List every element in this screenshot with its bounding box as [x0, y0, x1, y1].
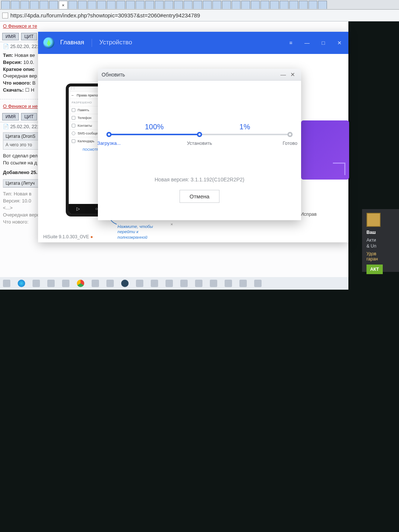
minimize-icon[interactable]: — — [303, 39, 311, 47]
toast-activate-button[interactable]: АКТ — [366, 265, 383, 274]
toast-line: Акти — [366, 238, 376, 243]
taskbar-app-icon[interactable] — [33, 280, 40, 287]
browser-tab[interactable] — [212, 1, 221, 9]
taskbar-app-icon[interactable] — [195, 280, 202, 287]
post-download-value: Н — [31, 87, 34, 93]
hint-close-icon[interactable]: × — [170, 222, 173, 227]
browser-tab[interactable] — [20, 1, 29, 9]
browser-tab[interactable] — [49, 1, 58, 9]
step-done: Готово — [283, 140, 297, 146]
back-icon[interactable]: ← — [71, 93, 75, 97]
browser-tab[interactable] — [145, 1, 154, 9]
browser-tab[interactable] — [97, 1, 106, 9]
step-download: Загрузка... — [97, 140, 120, 146]
browser-tab[interactable] — [155, 1, 164, 9]
taskbar-app-icon[interactable] — [92, 280, 99, 287]
memory-icon — [72, 108, 75, 112]
browser-tab-active[interactable]: × — [59, 1, 68, 9]
taskbar-app-icon[interactable] — [254, 280, 262, 287]
modal-title: Обновить — [102, 72, 125, 78]
winzip-toast[interactable]: Ваш Акти& Un Удовгаран АКТ — [362, 209, 399, 272]
browser-tab[interactable] — [308, 1, 317, 9]
contacts-icon — [72, 124, 75, 127]
toast-line: Удов — [366, 251, 376, 256]
browser-tab[interactable] — [289, 1, 298, 9]
post-desc-label: Краткое опис — [3, 66, 35, 72]
browser-tab[interactable] — [184, 1, 192, 9]
maximize-icon[interactable]: □ — [320, 39, 327, 47]
taskbar-app-icon[interactable] — [239, 280, 247, 287]
browser-tab[interactable] — [174, 1, 183, 9]
browser-tab[interactable] — [88, 1, 96, 9]
browser-tab[interactable] — [318, 1, 327, 9]
taskbar-store-icon[interactable] — [47, 280, 55, 287]
taskbar-app-icon[interactable] — [210, 280, 217, 287]
windows-taskbar — [0, 277, 348, 290]
taskbar-excel-icon[interactable] — [166, 280, 173, 287]
browser-tab[interactable] — [116, 1, 125, 9]
taskbar-dropbox-icon[interactable] — [62, 280, 69, 287]
browser-tab[interactable] — [11, 1, 20, 9]
post-next-line: Очередная вер — [3, 73, 37, 79]
tab-device[interactable]: Устройство — [99, 39, 132, 47]
progress-node-2 — [197, 132, 202, 137]
browser-tab[interactable] — [136, 1, 144, 9]
browser-tab[interactable] — [260, 1, 269, 9]
nav-circle-icon[interactable]: ○ — [95, 206, 98, 211]
browser-tab[interactable] — [241, 1, 250, 9]
browser-tab[interactable] — [30, 1, 39, 9]
browser-tab[interactable] — [1, 1, 10, 9]
apps-card[interactable] — [301, 120, 349, 180]
forum-quote-button[interactable]: ЦИТ — [21, 33, 37, 40]
update-progress: 100% 1% Загрузка... Установить Готово — [109, 125, 290, 143]
grey-dots: <...> — [3, 205, 13, 211]
modal-close-icon[interactable]: ✕ — [288, 71, 297, 78]
post-version-label: Версия: — [3, 59, 22, 65]
browser-tab[interactable] — [193, 1, 202, 9]
close-icon[interactable]: ✕ — [336, 39, 343, 47]
browser-tab[interactable] — [164, 1, 173, 9]
address-bar: https://4pda.ru/forum/index.php?showtopi… — [0, 10, 399, 21]
taskbar-settings-icon[interactable] — [151, 280, 158, 287]
taskbar-app-icon[interactable] — [136, 280, 143, 287]
cancel-button[interactable]: Отмена — [180, 190, 219, 203]
tab-main[interactable]: Главная — [60, 39, 84, 47]
toast-title: Ваш — [366, 230, 395, 235]
browser-tab[interactable] — [126, 1, 135, 9]
forum-warning-link[interactable]: О Фениксе и те — [3, 23, 37, 29]
nav-triangle-icon[interactable]: ▷ — [76, 206, 80, 211]
fullscreen-hint: Нажмите, чтобы перейти к полноэкранной × — [117, 224, 169, 240]
forum-name-button[interactable]: ИМЯ — [2, 33, 19, 40]
browser-tab[interactable] — [78, 1, 87, 9]
browser-tab[interactable] — [251, 1, 260, 9]
modal-minimize-icon[interactable]: — — [278, 71, 288, 78]
taskbar-mail-icon[interactable] — [180, 280, 188, 287]
browser-tab[interactable] — [40, 1, 48, 9]
forum-quote-button[interactable]: ЦИТ — [21, 113, 37, 120]
post-new-label: Что нового: — [3, 80, 31, 86]
url-text[interactable]: https://4pda.ru/forum/index.php?showtopi… — [10, 12, 200, 18]
hisuite-logo-icon — [43, 37, 54, 48]
taskbar-chrome-icon[interactable] — [77, 280, 84, 287]
menu-icon[interactable]: ≡ — [287, 39, 294, 47]
taskbar-edge-icon[interactable] — [18, 280, 25, 287]
taskbar-explorer-icon[interactable] — [3, 280, 10, 287]
taskbar-app-icon[interactable] — [106, 280, 114, 287]
taskbar-steam-icon[interactable] — [121, 280, 129, 287]
post-date: 25.02.20, 22: — [10, 44, 38, 49]
browser-tab[interactable] — [280, 1, 289, 9]
browser-tab[interactable] — [299, 1, 308, 9]
forum-warning-link-2[interactable]: О Фениксе и не — [3, 103, 38, 109]
page-icon — [2, 13, 8, 18]
browser-tab[interactable] — [68, 1, 77, 9]
hint-text: Нажмите, чтобы перейти к полноэкранной — [117, 224, 153, 239]
browser-tab[interactable] — [107, 1, 116, 9]
browser-tab[interactable] — [232, 1, 241, 9]
browser-tab[interactable] — [203, 1, 212, 9]
browser-tab[interactable] — [222, 1, 231, 9]
browser-tab[interactable] — [270, 1, 279, 9]
tab-divider — [92, 39, 92, 47]
progress-node-3 — [287, 132, 293, 137]
forum-name-button[interactable]: ИМЯ — [2, 113, 19, 120]
taskbar-app-icon[interactable] — [225, 280, 232, 287]
